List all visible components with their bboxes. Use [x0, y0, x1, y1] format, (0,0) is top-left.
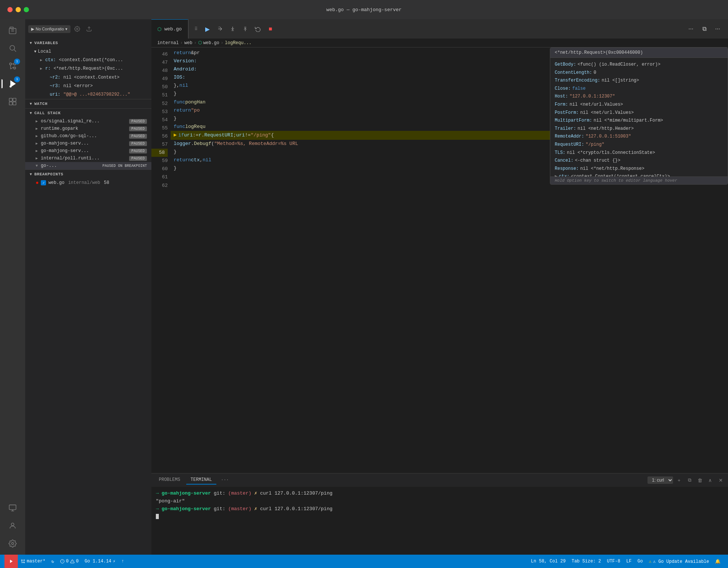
breakpoints-header[interactable]: ▼ BREAKPOINTS — [25, 170, 151, 179]
status-encoding[interactable]: UTF-8 — [604, 559, 623, 564]
more-actions-button[interactable]: ··· — [712, 23, 724, 35]
step-over-button[interactable] — [214, 23, 226, 35]
minimize-button[interactable] — [16, 7, 21, 12]
source-control-badge: 1 — [14, 59, 20, 65]
split-terminal-button[interactable]: ⧉ — [685, 476, 694, 485]
terminal-dropdown[interactable]: 1: curl — [647, 476, 673, 484]
tooltip-body: GetBody: <func() (io.ReadCloser, error)>… — [550, 58, 728, 176]
trash-terminal-button[interactable]: 🗑 — [695, 476, 704, 485]
status-go-version[interactable]: Go 1.14.14 ⚡ — [82, 555, 118, 568]
activity-icon-remote-explorer[interactable] — [4, 500, 21, 516]
add-terminal-button[interactable]: + — [675, 476, 683, 485]
activity-icon-settings[interactable] — [4, 535, 21, 552]
status-notifications[interactable]: 🔔 — [712, 559, 724, 564]
activity-icon-search[interactable] — [4, 40, 21, 56]
stack-item-3[interactable]: ▶ go-mahjong-serv... PAUSED — [25, 140, 151, 147]
open-launch-icon-button[interactable] — [84, 24, 94, 34]
status-line-ending[interactable]: LF — [623, 559, 634, 564]
callstack-label: CALL STACK — [35, 111, 61, 115]
svg-rect-13 — [9, 98, 12, 101]
var-r[interactable]: ▶ r: <*net/http.Request>(0xc... — [31, 65, 151, 73]
breadcrumb: internal › web › ⬡ web.go › logRequ... — [151, 39, 728, 47]
terminal-line-0: → go-mahjong-server git: (master) ✗ curl… — [156, 490, 724, 498]
svg-point-12 — [10, 86, 12, 88]
variables-header[interactable]: ▼ VARIABLES — [25, 39, 151, 47]
var-ctx[interactable]: ▶ ctx: <context.Context(*con... — [31, 56, 151, 65]
local-chevron: ▼ — [34, 49, 36, 55]
tooltip-footer: Hold Option key to switch to editor lang… — [550, 176, 728, 184]
terminal-area: PROBLEMS TERMINAL ··· 1: curl + ⧉ 🗑 ∧ ✕ … — [151, 473, 728, 555]
activity-icon-accounts[interactable] — [4, 518, 21, 534]
watch-header[interactable]: ▼ WATCH — [25, 99, 151, 108]
breadcrumb-symbol[interactable]: logRequ... — [225, 40, 252, 46]
stack-item-4[interactable]: ▶ go-mahjong-serv... PAUSED — [25, 147, 151, 155]
variables-section: ▼ VARIABLES ▼ Local ▶ ctx: <context.Cont… — [25, 39, 151, 99]
sidebar: ▶ No Configuratio ▾ ▼ VARIABLES ▼ Local — [25, 19, 151, 555]
stack-item-1[interactable]: ▶ runtime.gopark PAUSED — [25, 125, 151, 132]
restart-button[interactable] — [252, 23, 264, 35]
breadcrumb-filename[interactable]: web.go — [203, 40, 219, 46]
tooltip-row-cancel: Cancel: <-chan struct {}> — [555, 157, 723, 165]
status-tab-size[interactable]: Tab Size: 2 — [568, 559, 604, 564]
status-branch[interactable]: master* — [18, 555, 48, 568]
step-into-button[interactable] — [227, 23, 239, 35]
hover-tooltip: <*net/http.Request>(0xc000446000) GetBod… — [550, 47, 728, 185]
close-terminal-button[interactable]: ✕ — [716, 476, 725, 485]
stack-item-2[interactable]: ▶ github.com/go-sql-... PAUSED — [25, 132, 151, 140]
tooltip-row-remoteaddr: RemoteAddr: "127.0.0.1:51003" — [555, 133, 723, 141]
tooltip-row-trailer: Trailer: nil <net/http.Header> — [555, 125, 723, 133]
status-right: Ln 58, Col 29 Tab Size: 2 UTF-8 LF Go ⚠ … — [528, 559, 724, 564]
breakpoint-item-0[interactable]: ● ✓ web.go internal/web 58 — [25, 179, 151, 187]
tooltip-row-response: Response: nil <*net/http.Response> — [555, 165, 723, 173]
debug-controls: ⠿ ▶ ■ — [188, 19, 282, 39]
tab-label: web.go — [164, 26, 182, 32]
terminal-content[interactable]: → go-mahjong-server git: (master) ✗ curl… — [151, 487, 728, 555]
step-out-button[interactable] — [239, 23, 251, 35]
paused-badge: PAUSED — [129, 141, 147, 146]
collapse-terminal-button[interactable]: ∧ — [706, 476, 715, 485]
tooltip-row-ctx[interactable]: ▶ ctx: <context.Context(*context.cancelC… — [555, 173, 723, 176]
go-icon: ⬡ — [157, 26, 161, 32]
maximize-button[interactable] — [24, 7, 29, 12]
svg-point-6 — [10, 63, 12, 65]
status-upload[interactable]: ↑ — [118, 555, 127, 568]
gear-icon-button[interactable] — [72, 24, 82, 34]
var-r3: ~r3: nil <error> — [31, 82, 151, 90]
breadcrumb-web[interactable]: web — [184, 40, 193, 46]
status-go-update[interactable]: ⚠ ⚠ Go Update Available — [646, 559, 712, 564]
stack-item-5[interactable]: ▶ internal/poll.runti... PAUSED — [25, 155, 151, 162]
breadcrumb-internal[interactable]: internal — [157, 40, 179, 46]
svg-point-21 — [12, 542, 14, 545]
activity-icon-source-control[interactable]: 1 — [4, 58, 21, 74]
terminal-more[interactable]: ··· — [218, 478, 232, 483]
tab-problems[interactable]: PROBLEMS — [154, 476, 185, 485]
split-editor-button[interactable]: ⧉ — [698, 23, 710, 35]
continue-button[interactable]: ▶ — [201, 23, 213, 35]
stack-item-6[interactable]: ▼ go-... PAUSED ON BREAKPOINT — [25, 162, 151, 169]
stop-button[interactable]: ■ — [265, 23, 276, 35]
breakpoint-checkbox[interactable]: ✓ — [41, 180, 46, 185]
stack-item-0[interactable]: ▶ os/signal.signal_re... PAUSED — [25, 118, 151, 125]
activity-bar: 1 1 — [0, 19, 25, 555]
tab-terminal[interactable]: TERMINAL — [186, 476, 217, 485]
code-content[interactable]: return &pr Version: Android: IOS: }, nil… — [171, 47, 728, 473]
breakpoints-label: BREAKPOINTS — [35, 172, 63, 176]
status-position[interactable]: Ln 58, Col 29 — [528, 559, 569, 564]
tab-web-go[interactable]: ⬡ web.go — [151, 19, 188, 39]
variables-label: VARIABLES — [35, 41, 58, 45]
activity-icon-run-debug[interactable]: 1 — [4, 76, 21, 92]
status-errors[interactable]: 0 0 — [57, 555, 82, 568]
status-debug-mode[interactable] — [4, 555, 18, 568]
activity-icon-files[interactable] — [4, 22, 21, 39]
close-button[interactable] — [7, 7, 13, 12]
svg-point-4 — [10, 46, 15, 50]
debug-config-button[interactable]: ▶ No Configuratio ▾ — [28, 25, 70, 33]
watch-section: ▼ WATCH — [25, 99, 151, 108]
callstack-header[interactable]: ▼ CALL STACK — [25, 109, 151, 118]
expand-icon: ▶ — [36, 134, 39, 138]
branch-name: master* — [27, 559, 45, 564]
status-language[interactable]: Go — [634, 559, 646, 564]
activity-icon-extensions[interactable] — [4, 93, 21, 110]
status-sync[interactable]: ↻ — [48, 555, 57, 568]
more-options-button[interactable]: ··· — [685, 23, 697, 35]
